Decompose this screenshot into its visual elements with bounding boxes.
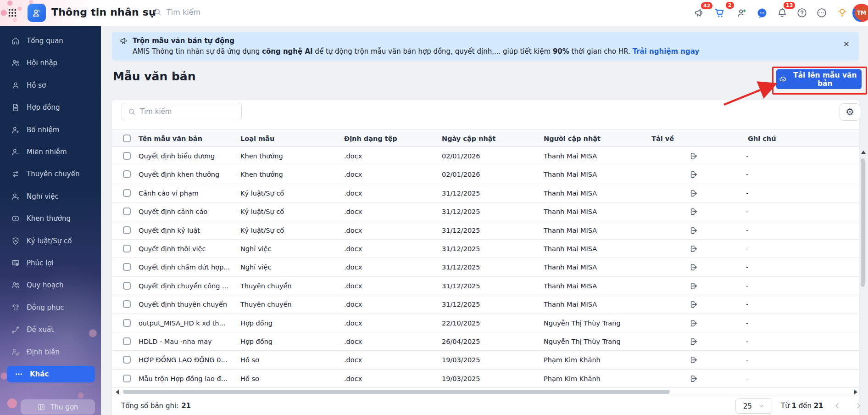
help-icon[interactable]: [796, 7, 807, 18]
horizontal-scrollbar[interactable]: [112, 389, 859, 395]
scroll-up-arrow-icon[interactable]: [861, 151, 866, 154]
sidebar-item-ellipsis-15[interactable]: Khác: [7, 366, 95, 382]
sidebar-item-users-11[interactable]: Quy hoạch: [0, 274, 101, 296]
download-export-icon[interactable]: [689, 355, 698, 365]
upload-template-button[interactable]: Tải lên mẫu văn bản: [776, 69, 862, 89]
sidebar-item-label: Tổng quan: [27, 37, 63, 45]
guide-lightbulb-icon[interactable]: [837, 7, 848, 18]
sidebar-item-user-2[interactable]: Hồ sơ: [0, 74, 101, 96]
sidebar-item-tshirt-12[interactable]: Đồng phục: [0, 297, 101, 319]
row-checkbox[interactable]: [123, 226, 131, 234]
table-settings-button[interactable]: ⚙: [840, 103, 860, 121]
sidebar-item-route-13[interactable]: Đề xuất: [0, 319, 101, 341]
user-x-icon: [11, 192, 20, 201]
table-row[interactable]: Quyết định thuyên chuyểnThuyên chuyển.do…: [112, 295, 859, 314]
table-row[interactable]: Quyết định chấm dứt hợp...Nghỉ việc.docx…: [112, 258, 859, 276]
invite-user-icon[interactable]: [736, 7, 747, 18]
sidebar-item-user-plus-4[interactable]: Bổ nhiệm: [0, 119, 101, 141]
search-icon: [153, 7, 162, 17]
row-checkbox[interactable]: [123, 208, 131, 215]
row-checkbox[interactable]: [123, 282, 131, 290]
download-export-icon[interactable]: [689, 337, 698, 346]
row-checkbox[interactable]: [123, 263, 131, 271]
column-header-3[interactable]: Ngày cập nhật: [442, 130, 496, 147]
row-checkbox[interactable]: [123, 170, 131, 178]
select-all-checkbox[interactable]: [123, 135, 131, 142]
sidebar-item-file-3[interactable]: Hợp đồng: [0, 96, 101, 118]
column-header-6[interactable]: Ghi chú: [748, 130, 776, 147]
users-icon: [11, 58, 20, 67]
announcements-badge: 42: [700, 1, 713, 10]
download-export-icon[interactable]: [689, 281, 698, 291]
table-row[interactable]: Quyết định khen thưởngKhen thưởng.docx02…: [112, 165, 859, 184]
download-export-icon[interactable]: [689, 244, 698, 253]
app-grid-icon[interactable]: [7, 8, 17, 18]
more-options-icon[interactable]: [816, 7, 827, 18]
table-row[interactable]: Quyết định chuyển công ...Thuyên chuyển.…: [112, 277, 859, 295]
scroll-right-arrow-icon[interactable]: [854, 390, 857, 394]
sidebar-item-user-minus-5[interactable]: Miễn nhiệm: [0, 141, 101, 163]
cell-note: -: [746, 240, 748, 258]
column-header-0[interactable]: Tên mẫu văn bản: [139, 130, 202, 147]
cell-file-format: .docx: [344, 165, 362, 184]
banner-close-icon[interactable]: ✕: [843, 40, 850, 48]
scroll-left-arrow-icon[interactable]: [116, 390, 119, 394]
pagination-next-icon[interactable]: [854, 402, 862, 410]
row-checkbox[interactable]: [123, 337, 131, 345]
download-export-icon[interactable]: [689, 189, 698, 198]
sidebar-item-swap-6[interactable]: Thuyên chuyển: [0, 163, 101, 185]
column-header-2[interactable]: Định dạng tệp: [344, 130, 397, 147]
table-row[interactable]: Quyết định kỷ luậtKỷ luật/Sự cố.docx31/1…: [112, 221, 859, 240]
horizontal-scrollbar-thumb[interactable]: [123, 390, 670, 394]
table-row[interactable]: Cảnh cáo vi phạmKỷ luật/Sự cố.docx31/12/…: [112, 184, 859, 202]
vertical-scrollbar-thumb[interactable]: [861, 158, 865, 287]
table-row[interactable]: Quyết định cảnh cáoKỷ luật/Sự cố.docx31/…: [112, 202, 859, 221]
chat-icon[interactable]: [756, 7, 768, 19]
sidebar-item-home-0[interactable]: Tổng quan: [0, 30, 101, 52]
row-checkbox[interactable]: [123, 300, 131, 308]
column-header-1[interactable]: Loại mẫu: [240, 130, 274, 147]
download-export-icon[interactable]: [689, 263, 698, 272]
table-row[interactable]: HỢP ĐỒNG LAO ĐỘNG 0...Hồ sơ.docx19/03/20…: [112, 351, 859, 369]
banner-try-now-link[interactable]: Trải nghiệm ngay: [633, 47, 700, 56]
cell-file-format: .docx: [344, 184, 362, 202]
user-avatar[interactable]: TM: [852, 4, 868, 22]
table-row[interactable]: output_MISA_HĐ k xđ th...Hợp đồng.docx22…: [112, 314, 859, 332]
pagination-prev-icon[interactable]: [833, 402, 841, 410]
search-icon: [128, 107, 136, 116]
download-export-icon[interactable]: [689, 319, 698, 328]
vertical-scrollbar[interactable]: [860, 149, 866, 392]
column-header-4[interactable]: Người cập nhật: [544, 130, 601, 147]
row-checkbox[interactable]: [123, 152, 131, 160]
table-search-input[interactable]: Tìm kiếm: [122, 103, 242, 120]
page-size-select[interactable]: 25: [735, 398, 772, 414]
app-title: Thông tin nhân sự: [51, 6, 156, 18]
sidebar-item-users-1[interactable]: Hội nhập: [0, 52, 101, 74]
download-export-icon[interactable]: [689, 226, 698, 235]
download-export-icon[interactable]: [689, 170, 698, 179]
row-checkbox[interactable]: [123, 189, 131, 197]
global-search-input[interactable]: Tìm kiếm: [153, 7, 200, 17]
sidebar-item-shield-x-9[interactable]: Kỷ luật/Sự cố: [0, 230, 101, 252]
collapse-sidebar-button[interactable]: Thu gọn: [21, 399, 95, 415]
download-export-icon[interactable]: [689, 374, 698, 383]
row-checkbox[interactable]: [123, 319, 131, 327]
sidebar-item-benefit-10[interactable]: Phúc lợi: [0, 252, 101, 274]
row-checkbox[interactable]: [123, 245, 131, 252]
table-row[interactable]: Mẫu trộn Hợp đồng lao đ...Hồ sơ.docx19/0…: [112, 370, 859, 388]
download-export-icon[interactable]: [689, 151, 698, 161]
store-cart-icon[interactable]: [714, 7, 726, 19]
table-row[interactable]: HDLD - Mau -nha mayHợp đồng.docx26/04/20…: [112, 332, 859, 351]
download-export-icon[interactable]: [689, 300, 698, 309]
row-checkbox[interactable]: [123, 375, 131, 382]
table-row[interactable]: Quyết định thôi việcNghỉ việc.docx31/12/…: [112, 240, 859, 258]
cell-template-type: Khen thưởng: [240, 165, 283, 184]
app-logo-icon[interactable]: [28, 4, 46, 22]
sidebar-item-user-x-7[interactable]: Nghỉ việc: [0, 185, 101, 208]
column-header-5[interactable]: Tải về: [651, 130, 674, 147]
download-export-icon[interactable]: [689, 207, 698, 216]
sidebar-item-ticket-8[interactable]: Khen thưởng: [0, 208, 101, 230]
table-row[interactable]: Quyết định biểu dươngKhen thưởng.docx02/…: [112, 147, 859, 165]
sidebar-item-headcount-14[interactable]: Định biên: [0, 341, 101, 363]
row-checkbox[interactable]: [123, 356, 131, 364]
